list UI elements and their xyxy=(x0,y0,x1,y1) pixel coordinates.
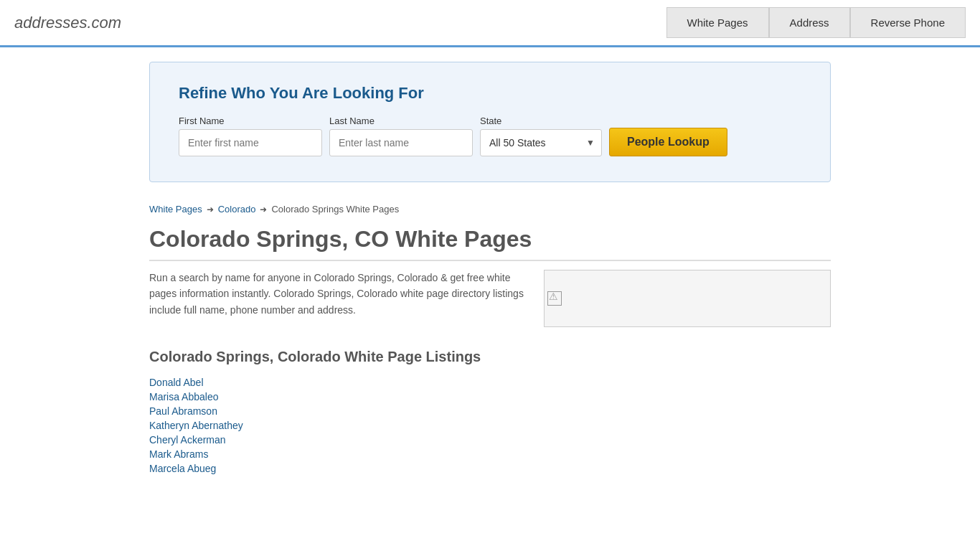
first-name-label: First Name xyxy=(179,116,322,126)
search-panel: Refine Who You Are Looking For First Nam… xyxy=(149,62,831,182)
breadcrumb-arrow-2: ➜ xyxy=(260,204,267,215)
listing-link[interactable]: Mark Abrams xyxy=(149,448,208,460)
search-title: Refine Who You Are Looking For xyxy=(179,84,801,103)
state-select-wrapper: All 50 StatesAlabamaAlaskaArizonaArkansa… xyxy=(480,129,602,156)
site-logo: addresses.com xyxy=(14,14,121,32)
breadcrumb: White Pages ➜ Colorado ➜ Colorado Spring… xyxy=(149,204,831,215)
search-field-row: First Name Last Name State All 50 States… xyxy=(179,116,801,156)
list-item: Donald Abel xyxy=(149,377,831,388)
list-item: Mark Abrams xyxy=(149,448,831,460)
last-name-label: Last Name xyxy=(329,116,473,126)
people-lookup-button[interactable]: People Lookup xyxy=(609,128,727,156)
listing-link[interactable]: Paul Abramson xyxy=(149,405,217,417)
breadcrumb-white-pages[interactable]: White Pages xyxy=(149,204,202,215)
listing-link[interactable]: Katheryn Abernathey xyxy=(149,420,243,431)
list-item: Marcela Abueg xyxy=(149,463,831,474)
last-name-group: Last Name xyxy=(329,116,473,156)
main-content: White Pages ➜ Colorado ➜ Colorado Spring… xyxy=(149,197,831,496)
breadcrumb-current: Colorado Springs White Pages xyxy=(271,204,399,215)
main-nav: White Pages Address Reverse Phone xyxy=(666,7,966,38)
list-item: Marisa Abbaleo xyxy=(149,391,831,402)
content-area: Run a search by name for anyone in Color… xyxy=(149,270,831,327)
nav-white-pages[interactable]: White Pages xyxy=(666,7,769,38)
advertisement-box xyxy=(544,270,831,327)
list-item: Paul Abramson xyxy=(149,405,831,417)
state-select[interactable]: All 50 StatesAlabamaAlaskaArizonaArkansa… xyxy=(480,129,602,156)
last-name-input[interactable] xyxy=(329,129,473,156)
breadcrumb-arrow-1: ➜ xyxy=(207,204,214,215)
header: addresses.com White Pages Address Revers… xyxy=(0,0,980,47)
state-group: State All 50 StatesAlabamaAlaskaArizonaA… xyxy=(480,116,602,156)
listing-link[interactable]: Marcela Abueg xyxy=(149,463,216,474)
nav-reverse-phone[interactable]: Reverse Phone xyxy=(850,7,966,38)
page-title: Colorado Springs, CO White Pages xyxy=(149,226,831,261)
ad-image-placeholder xyxy=(547,291,562,306)
first-name-group: First Name xyxy=(179,116,322,156)
list-item: Cheryl Ackerman xyxy=(149,434,831,446)
state-label: State xyxy=(480,116,602,126)
nav-address[interactable]: Address xyxy=(769,7,850,38)
first-name-input[interactable] xyxy=(179,129,322,156)
listing-link[interactable]: Marisa Abbaleo xyxy=(149,391,219,402)
listings-title: Colorado Springs, Colorado White Page Li… xyxy=(149,349,831,365)
page-description: Run a search by name for anyone in Color… xyxy=(149,270,529,327)
listing-link[interactable]: Donald Abel xyxy=(149,377,204,388)
list-item: Katheryn Abernathey xyxy=(149,420,831,431)
listings-list: Donald AbelMarisa AbbaleoPaul AbramsonKa… xyxy=(149,377,831,474)
listing-link[interactable]: Cheryl Ackerman xyxy=(149,434,226,446)
breadcrumb-colorado[interactable]: Colorado xyxy=(218,204,256,215)
